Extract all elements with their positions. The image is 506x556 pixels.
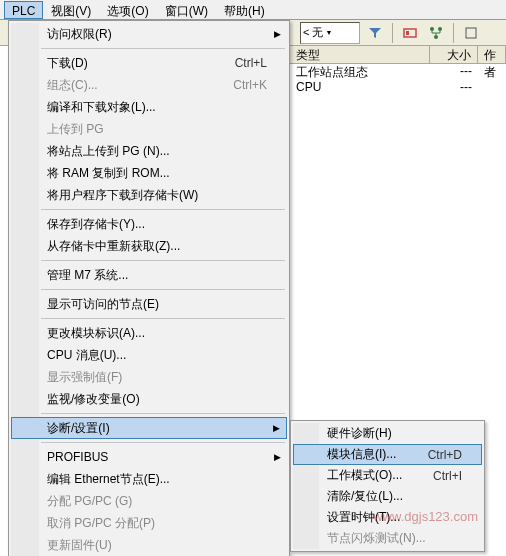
table-row[interactable]: CPU ---: [290, 80, 506, 96]
menubar-help[interactable]: 帮助(H): [216, 1, 273, 19]
col-type[interactable]: 类型: [290, 46, 430, 63]
menu-item[interactable]: 从存储卡中重新获取(Z)...: [39, 235, 287, 257]
module-icon[interactable]: [399, 22, 421, 44]
menu-item[interactable]: 访问权限(R)▶: [39, 23, 287, 45]
svg-point-4: [434, 35, 438, 39]
filter-dropdown[interactable]: < 无▼: [300, 22, 360, 44]
col-size[interactable]: 大小: [430, 46, 478, 63]
menu-label: CPU 消息(U)...: [47, 347, 267, 364]
menu-separator: [41, 260, 285, 261]
menu-shortcut: Ctrl+K: [233, 78, 267, 92]
filter-icon[interactable]: [364, 22, 386, 44]
menu-label: 工作模式(O)...: [327, 467, 433, 484]
menu-label: 清除/复位(L)...: [327, 488, 462, 505]
menu-label: 诊断/设置(I): [47, 420, 267, 437]
menu-item[interactable]: 下载(D)Ctrl+L: [39, 52, 287, 74]
menu-item: 更新固件(U): [39, 534, 287, 556]
menubar: PLC 视图(V) 选项(O) 窗口(W) 帮助(H): [0, 0, 506, 20]
menu-separator: [41, 442, 285, 443]
menu-separator: [41, 318, 285, 319]
plc-dropdown: 访问权限(R)▶下载(D)Ctrl+L组态(C)...Ctrl+K编译和下载对象…: [8, 20, 290, 556]
chevron-right-icon: ▶: [274, 452, 281, 462]
menu-label: 将站点上传到 PG (N)...: [47, 143, 267, 160]
menu-label: 模块信息(I)...: [327, 446, 428, 463]
diag-submenu: 硬件诊断(H)模块信息(I)...Ctrl+D工作模式(O)...Ctrl+I清…: [290, 420, 485, 552]
menu-item[interactable]: 模块信息(I)...Ctrl+D: [293, 444, 482, 465]
menubar-view[interactable]: 视图(V): [43, 1, 99, 19]
menu-item[interactable]: 更改模块标识(A)...: [39, 322, 287, 344]
menu-label: 节点闪烁测试(N)...: [327, 530, 462, 547]
menu-label: 分配 PG/PC (G): [47, 493, 267, 510]
menu-item[interactable]: 显示可访问的节点(E): [39, 293, 287, 315]
menubar-window[interactable]: 窗口(W): [157, 1, 216, 19]
network-icon[interactable]: [425, 22, 447, 44]
menu-label: 显示可访问的节点(E): [47, 296, 267, 313]
toolbar-separator: [453, 23, 454, 43]
menu-item[interactable]: 清除/复位(L)...: [319, 486, 482, 507]
menu-shortcut: Ctrl+I: [433, 469, 462, 483]
menu-label: 取消 PG/PC 分配(P): [47, 515, 267, 532]
svg-rect-5: [466, 28, 476, 38]
menu-item[interactable]: 编译和下载对象(L)...: [39, 96, 287, 118]
menu-item[interactable]: 诊断/设置(I)▶: [11, 417, 287, 439]
menu-item[interactable]: 监视/修改变量(O): [39, 388, 287, 410]
table-row[interactable]: 工作站点组态 ---: [290, 64, 506, 80]
menu-label: 编译和下载对象(L)...: [47, 99, 267, 116]
menu-shortcut: Ctrl+D: [428, 448, 462, 462]
menu-label: 设置时钟(T)...: [327, 509, 462, 526]
menu-item[interactable]: 工作模式(O)...Ctrl+I: [319, 465, 482, 486]
cell-size: ---: [430, 64, 478, 80]
menu-label: 从存储卡中重新获取(Z)...: [47, 238, 267, 255]
menu-shortcut: Ctrl+L: [235, 56, 267, 70]
svg-point-2: [430, 27, 434, 31]
menu-separator: [41, 413, 285, 414]
menu-label: 保存到存储卡(Y)...: [47, 216, 267, 233]
menu-item[interactable]: 硬件诊断(H): [319, 423, 482, 444]
menu-item: 取消 PG/PC 分配(P): [39, 512, 287, 534]
svg-rect-1: [406, 31, 409, 35]
menu-item[interactable]: 将站点上传到 PG (N)...: [39, 140, 287, 162]
menu-item: 组态(C)...Ctrl+K: [39, 74, 287, 96]
menu-label: 上传到 PG: [47, 121, 267, 138]
menu-separator: [41, 289, 285, 290]
menu-label: 硬件诊断(H): [327, 425, 462, 442]
menu-label: 编辑 Ethernet节点(E)...: [47, 471, 267, 488]
svg-point-3: [438, 27, 442, 31]
menu-item[interactable]: CPU 消息(U)...: [39, 344, 287, 366]
svg-rect-0: [404, 29, 416, 37]
menu-label: 更改模块标识(A)...: [47, 325, 267, 342]
menu-separator: [41, 209, 285, 210]
chevron-right-icon: ▶: [273, 423, 280, 433]
menu-item[interactable]: 管理 M7 系统...: [39, 264, 287, 286]
menu-label: 管理 M7 系统...: [47, 267, 267, 284]
menu-item[interactable]: 将 RAM 复制到 ROM...: [39, 162, 287, 184]
menu-label: PROFIBUS: [47, 450, 267, 464]
menu-item[interactable]: 保存到存储卡(Y)...: [39, 213, 287, 235]
filter-text: < 无: [303, 25, 323, 40]
table-header: 类型 大小 作者: [290, 46, 506, 64]
menu-label: 下载(D): [47, 55, 235, 72]
chevron-down-icon: ▼: [325, 29, 332, 36]
menu-label: 更新固件(U): [47, 537, 267, 554]
tool-icon[interactable]: [460, 22, 482, 44]
menu-item: 节点闪烁测试(N)...: [319, 528, 482, 549]
menu-item[interactable]: 编辑 Ethernet节点(E)...: [39, 468, 287, 490]
menu-item[interactable]: PROFIBUS▶: [39, 446, 287, 468]
menubar-options[interactable]: 选项(O): [99, 1, 156, 19]
menu-item: 显示强制值(F): [39, 366, 287, 388]
menu-item[interactable]: 设置时钟(T)...: [319, 507, 482, 528]
menubar-plc[interactable]: PLC: [4, 1, 43, 19]
chevron-right-icon: ▶: [274, 29, 281, 39]
menu-label: 显示强制值(F): [47, 369, 267, 386]
menu-label: 将 RAM 复制到 ROM...: [47, 165, 267, 182]
cell-size: ---: [430, 80, 478, 96]
menu-item: 上传到 PG: [39, 118, 287, 140]
col-author[interactable]: 作者: [478, 46, 506, 63]
menu-label: 将用户程序下载到存储卡(W): [47, 187, 267, 204]
menu-separator: [41, 48, 285, 49]
menu-label: 访问权限(R): [47, 26, 267, 43]
menu-item[interactable]: 将用户程序下载到存储卡(W): [39, 184, 287, 206]
cell-name: 工作站点组态: [290, 64, 430, 80]
cell-name: CPU: [290, 80, 430, 96]
menu-item: 分配 PG/PC (G): [39, 490, 287, 512]
